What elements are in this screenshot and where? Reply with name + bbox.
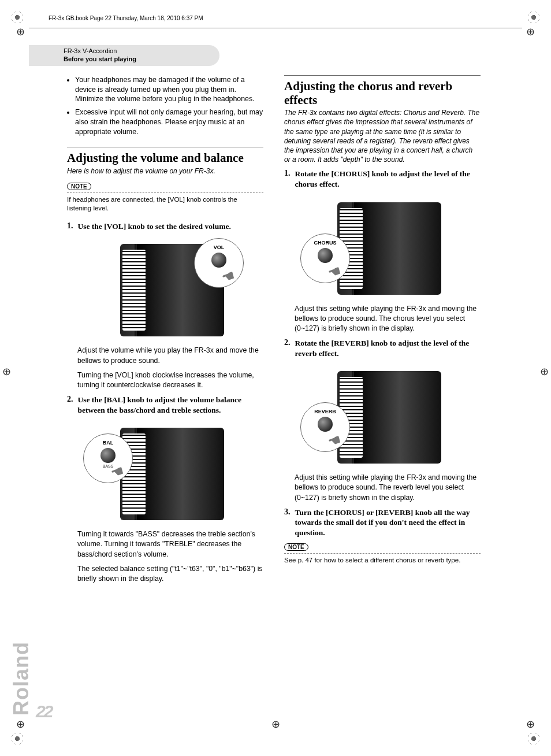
left-column: Your headphones may be damaged if the vo… [67,75,263,588]
note-badge: NOTE [67,183,91,190]
reg-corner-tr [526,9,542,25]
warning-item: Excessive input will not only damage you… [75,108,263,136]
step-body: Turning it towards "BASS" decreases the … [77,529,263,559]
crop-cross-icon: ⊕ [526,25,535,38]
section1-intro: Here is how to adjust the volume on your… [67,166,263,176]
crop-cross-icon: ⊕ [540,365,549,378]
crop-cross-icon: ⊕ [271,718,280,731]
callout-chorus: CHORUS ☚ [300,234,350,283]
crop-caption: FR-3x GB.book Page 22 Thursday, March 18… [49,15,203,21]
section2-title: Adjusting the chorus and reverb effects [284,79,481,107]
step: 2. Use the [BAL] knob to adjust the volu… [67,395,263,415]
crop-cross-icon: ⊕ [2,365,11,378]
step-body: Adjust this setting while playing the FR… [295,473,481,503]
running-header: FR-3x V-Accordion Before you start playi… [29,45,219,66]
section-rule [284,75,481,76]
knob-icon [318,417,333,432]
illustration-reverb: REVERB ☚ [305,363,461,467]
step-number: 2. [284,338,291,358]
accordion-icon [337,202,441,295]
illustration-vol: VOL ☚ [88,236,244,340]
step-number: 3. [284,507,291,538]
warning-item: Your headphones may be damaged if the vo… [75,75,263,104]
accordion-icon [120,428,224,520]
reg-corner-tl [9,9,25,25]
section2-intro: The FR-3x contains two digital effects: … [284,108,481,164]
callout-label: BAL [103,440,114,446]
step-number: 2. [67,395,73,415]
step-number: 1. [284,169,291,189]
step-body: Adjust the volume while you play the FR-… [77,346,263,365]
brand-tab: Roland [9,642,33,716]
callout-bal: BAL BASS ☚ [83,433,133,483]
knob-icon [318,248,333,263]
reg-corner-bl [9,731,25,747]
illustration-bal: BAL BASS ☚ [88,420,244,524]
illustration-chorus: CHORUS ☚ [305,194,461,298]
right-column: Adjusting the chorus and reverb effects … [284,75,481,588]
step-head: Turn the [CHORUS] or [REVERB] knob all t… [295,507,481,538]
step-body: The selected balance setting ("t1"~"t63"… [77,564,263,584]
callout-label: VOL [214,244,225,250]
step: 2. Rotate the [REVERB] knob to adjust th… [284,338,481,358]
dashed-rule [284,553,481,554]
step-head: Rotate the [CHORUS] knob to adjust the l… [295,169,481,189]
crop-cross-icon: ⊕ [16,718,25,731]
hand-icon: ☚ [220,267,237,287]
step: 1. Rotate the [CHORUS] knob to adjust th… [284,169,481,189]
section-name: Before you start playing [64,55,215,64]
step-head: Rotate the [REVERB] knob to adjust the l… [295,338,481,358]
knob-icon [100,448,116,463]
dashed-rule [67,192,263,193]
product-name: FR-3x V-Accordion [64,47,215,55]
crop-cross-icon: ⊕ [526,718,535,731]
step-head: Use the [BAL] knob to adjust the volume … [78,395,264,415]
section-rule [67,147,263,147]
reg-corner-br [526,731,542,747]
step: 3. Turn the [CHORUS] or [REVERB] knob al… [284,507,481,538]
callout-reverb: REVERB ☚ [300,402,350,452]
step: 1. Use the [VOL] knob to set the desired… [67,221,263,232]
section1-note: If headphones are connected, the [VOL] k… [67,195,263,213]
warning-list: Your headphones may be damaged if the vo… [67,75,263,136]
knob-icon [211,253,226,268]
callout-label: REVERB [314,409,336,414]
content-area: Your headphones may be damaged if the vo… [67,75,483,588]
note-badge: NOTE [284,543,308,551]
step-body: Turning the [VOL] knob clockwise increas… [77,370,263,390]
top-rule [29,28,522,28]
page-number: 22 [36,702,51,721]
callout-label: CHORUS [314,240,336,246]
crop-cross-icon: ⊕ [16,25,25,38]
step-head: Use the [VOL] knob to set the desired vo… [78,221,231,232]
accordion-icon [337,371,441,464]
section1-title: Adjusting the volume and balance [67,151,263,165]
section2-note: See p. 47 for how to select a different … [284,556,481,565]
step-number: 1. [67,221,73,232]
callout-vol: VOL ☚ [194,238,244,288]
step-body: Adjust this setting while playing the FR… [295,304,481,334]
